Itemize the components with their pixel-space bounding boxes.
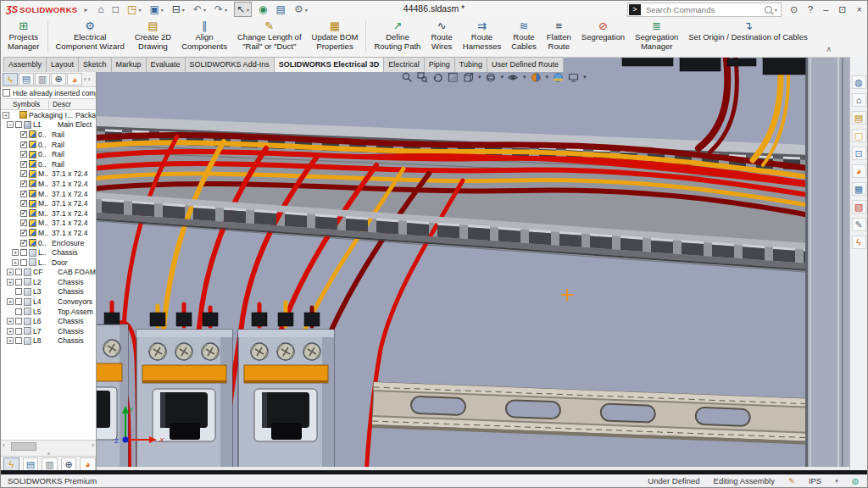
chevron-down-icon[interactable]: ▾ xyxy=(835,478,838,485)
tree-row[interactable]: 0.. Enclosure xyxy=(1,238,96,248)
zoom-fit-icon[interactable] xyxy=(402,72,413,83)
visibility-checkbox[interactable] xyxy=(15,337,22,344)
expand-toggle[interactable] xyxy=(12,259,19,266)
ribbon-button[interactable]: ⊞ Projects Manager xyxy=(3,18,45,51)
search-icon[interactable] xyxy=(765,6,772,14)
tree-row[interactable]: 0.. Rail xyxy=(1,130,96,140)
commandmanager-tab[interactable]: Evaluate xyxy=(146,57,186,72)
scroll-right-icon[interactable]: › xyxy=(92,441,94,449)
connection-status-icon[interactable]: ◍ xyxy=(852,476,859,485)
expand-toggle[interactable] xyxy=(7,269,14,275)
appearances-icon[interactable]: ◕ xyxy=(852,164,866,178)
home-icon[interactable]: ⌂ xyxy=(852,93,866,107)
ribbon-button[interactable]: ▦ Update BOM Properties xyxy=(307,18,364,51)
featuremanager-tab[interactable]: ▤ xyxy=(23,458,39,472)
visibility-checkbox[interactable] xyxy=(15,269,22,275)
expand-toggle[interactable] xyxy=(7,337,14,344)
tree-row[interactable]: 0.. Rail xyxy=(1,159,96,169)
tree-row[interactable]: M.. 37.1 x 72.4 xyxy=(1,198,96,208)
visibility-checkbox[interactable] xyxy=(15,328,22,335)
visibility-checkbox[interactable] xyxy=(20,151,27,158)
file-explorer-icon[interactable]: ▢ xyxy=(852,129,866,142)
graphics-area[interactable]: Z X Y ▾ ▾ ▾ ▾ ▾ xyxy=(97,57,851,472)
chevron-down-icon[interactable]: ▾ xyxy=(523,74,526,80)
chevron-down-icon[interactable]: ▾ xyxy=(501,74,504,80)
visibility-checkbox[interactable] xyxy=(20,249,27,256)
commandmanager-tab[interactable]: Assembly xyxy=(3,57,47,72)
search-commands-box[interactable]: > ▾ xyxy=(627,3,782,17)
visibility-checkbox[interactable] xyxy=(20,259,27,266)
home-icon[interactable]: ⌂ xyxy=(97,3,106,16)
visibility-checkbox[interactable] xyxy=(20,170,27,177)
commandmanager-tab[interactable]: Layout xyxy=(46,57,79,72)
search-input[interactable] xyxy=(644,4,765,15)
propertymanager-tab[interactable]: ▥ xyxy=(35,73,50,86)
options-icon[interactable]: ⚙ xyxy=(292,3,309,16)
configurationmanager-tab[interactable]: ⊕ xyxy=(61,458,77,472)
ribbon-button[interactable]: ✎ Change Length of "Rail" or "Duct" xyxy=(232,18,307,51)
commandmanager-tab[interactable]: SOLIDWORKS Electrical 3D xyxy=(274,57,385,72)
chevron-down-icon[interactable]: ▾ xyxy=(478,74,481,80)
expand-toggle[interactable] xyxy=(7,298,14,305)
view-settings-icon[interactable] xyxy=(568,72,579,83)
expand-toggle[interactable] xyxy=(7,279,14,286)
section-view-icon[interactable] xyxy=(448,72,459,83)
commandmanager-tab[interactable]: Markup xyxy=(111,57,147,72)
circuit-breaker[interactable] xyxy=(136,313,232,472)
enclosure-upright[interactable] xyxy=(805,57,851,472)
featuremanager-tab[interactable]: ▤ xyxy=(19,73,34,86)
redo-icon[interactable]: ↷ xyxy=(213,3,229,16)
ribbon-button[interactable]: ⚙ Electrical Component Wizard xyxy=(51,18,130,51)
display-style-icon[interactable] xyxy=(486,72,497,83)
user-account-icon[interactable]: ⊙ xyxy=(790,4,798,15)
description-column-header[interactable]: Descr xyxy=(49,100,96,108)
design-library-icon[interactable]: ▤ xyxy=(852,111,866,125)
tree-row[interactable]: CF CAB FOAM xyxy=(1,268,96,278)
visibility-checkbox[interactable] xyxy=(15,308,22,315)
minimize-icon[interactable]: – xyxy=(823,4,828,14)
tree-row[interactable]: M.. 37.1 x 72.4 xyxy=(1,219,96,229)
scroll-left-icon[interactable]: ‹ xyxy=(3,441,5,449)
tree-row[interactable]: L4 Conveyors xyxy=(1,297,96,307)
view-palette-icon[interactable]: ⊡ xyxy=(852,147,866,160)
tree-row[interactable]: M.. 37.1 x 72.4 xyxy=(1,228,96,238)
tree-row[interactable]: L7 Chassis xyxy=(1,326,96,336)
commandmanager-tab[interactable]: SOLIDWORKS Add-Ins xyxy=(185,57,275,72)
visibility-checkbox[interactable] xyxy=(20,141,27,148)
ribbon-button[interactable]: ↗ Define Routing Path xyxy=(369,18,426,51)
select-icon[interactable]: ↖ xyxy=(234,2,252,17)
edit-appearance-icon[interactable] xyxy=(531,72,542,83)
configurationmanager-tab[interactable]: ⊕ xyxy=(51,73,66,86)
visibility-checkbox[interactable] xyxy=(15,298,22,305)
tree-row[interactable]: M.. 37.1 x 72.4 xyxy=(1,189,96,199)
tree-row[interactable]: L1 Main Elect xyxy=(1,120,96,130)
ribbon-button[interactable]: ≣ Segregation Manager xyxy=(630,18,683,51)
horizontal-scrollbar[interactable]: ‹ › xyxy=(1,440,96,451)
ribbon-button[interactable]: ∿ Route Wires xyxy=(426,18,457,51)
rebuild-icon[interactable]: ◉ xyxy=(257,3,269,16)
hide-inserted-checkbox[interactable] xyxy=(3,89,10,97)
ribbon-collapse-icon[interactable]: ∧ xyxy=(826,45,832,53)
save-icon[interactable]: ▣ xyxy=(147,3,164,16)
visibility-checkbox[interactable] xyxy=(15,121,22,128)
help-icon[interactable]: ? xyxy=(808,4,813,14)
commandmanager-tab[interactable]: Tubing xyxy=(454,57,487,72)
ribbon-button[interactable]: ≡ Flatten Route xyxy=(542,18,576,51)
restore-icon[interactable]: ⊡ xyxy=(838,4,846,15)
chevron-down-icon[interactable]: ▾ xyxy=(583,74,587,80)
apply-scene-icon[interactable] xyxy=(553,72,564,83)
menu-expand-arrow[interactable]: ▸ xyxy=(85,6,88,14)
tree-row[interactable]: L6 Chassis xyxy=(1,316,96,326)
scrollbar-thumb[interactable] xyxy=(11,442,36,451)
electrical-manager-tab[interactable]: ϟ xyxy=(3,73,18,86)
stamp-icon[interactable]: ✎ xyxy=(852,218,866,231)
tree-row[interactable]: 0.. Rail xyxy=(1,140,96,150)
tree-row[interactable]: L.. Chassis xyxy=(1,247,96,258)
displaymanager-tab[interactable]: ◕ xyxy=(67,73,82,86)
ribbon-button[interactable]: ▤ Create 2D Drawing xyxy=(130,18,176,51)
hide-show-items-icon[interactable] xyxy=(508,72,519,83)
tree-row[interactable]: L5 Top Assem xyxy=(1,307,96,317)
expand-toggle[interactable] xyxy=(7,318,14,324)
commandmanager-tab[interactable]: Sketch xyxy=(78,57,112,72)
tree-row[interactable]: Packaging I... Packaging xyxy=(1,110,96,120)
